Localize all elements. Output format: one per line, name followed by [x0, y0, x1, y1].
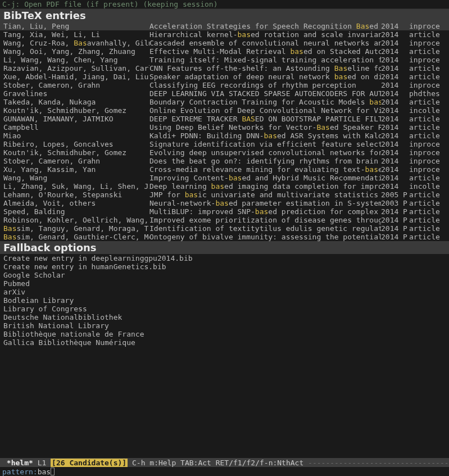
bibtex-entry-row[interactable]: Li, Wang, Wang, Chen, YangTraining itsel…: [0, 56, 449, 64]
authors-cell: Almeida, Voit, others: [3, 199, 149, 207]
flag-cell: [401, 56, 409, 64]
bibtex-entry-row[interactable]: GravelinesDEEP LEARNING VIA STACKED SPAR…: [0, 89, 449, 98]
bibtex-entry-row[interactable]: Li, Zhang, Suk, Wang, Li, Shen, JiDeep l…: [0, 182, 449, 191]
type-cell: article: [409, 115, 446, 123]
bibtex-entry-row[interactable]: Koutn'ik, Schmidhuber, GomezOnline Evolu…: [0, 106, 449, 115]
modeline-spacer: [2, 459, 7, 467]
bibtex-entry-row[interactable]: Wang, WangImproving Content-based and Hy…: [0, 174, 449, 182]
flag-cell: P: [401, 199, 409, 207]
title-cell: Improving Content-based and Hybrid Music…: [149, 174, 381, 182]
year-cell: 2014: [381, 224, 401, 233]
modeline-spacer: [33, 459, 38, 467]
modeline-spacer: [46, 459, 51, 467]
type-cell: article: [409, 132, 446, 140]
help-hint: C-h m:Help TAB:Act RET/f1/f2/f-n:NthAct: [132, 459, 303, 467]
bibtex-entry-row[interactable]: Tang, Xia, Wei, Li, LiHierarchical kerne…: [0, 30, 449, 39]
title-cell: JMP for basic univariate and multivariat…: [149, 191, 381, 199]
bibtex-entry-row[interactable]: Wang, Ooi, Yang, Zhang, ZhuangEffective …: [0, 47, 449, 56]
year-cell: 2014: [381, 157, 401, 165]
bibtex-entry-row[interactable]: Xue, Abdel-Hamid, Jiang, Dai, LiuSpeaker…: [0, 72, 449, 81]
bibtex-entry-row[interactable]: CampbellUsing Deep Belief Networks for V…: [0, 123, 449, 132]
type-cell: inproce: [409, 165, 446, 174]
flag-cell: [401, 81, 409, 89]
authors-cell: Takeda, Kanda, Nukaga: [3, 98, 149, 106]
flag-cell: [401, 165, 409, 174]
flag-cell: [401, 22, 409, 30]
title-cell: Signature identification via efficient f…: [149, 140, 381, 148]
type-cell: article: [409, 216, 446, 224]
line-indicator: L1: [38, 459, 47, 467]
bibtex-entry-row[interactable]: Wang, Cruz-Roa, Basavanhally, GilmorCasc…: [0, 39, 449, 47]
type-cell: article: [409, 199, 446, 207]
bibtex-entry-row[interactable]: GUNAWAN, IMANANY, JATMIKODEEP EXTREME TR…: [0, 115, 449, 123]
title-cell: MultiBLUP: improved SNP-based prediction…: [149, 207, 381, 216]
bibtex-entry-row[interactable]: Bassim, Tanguy, Genard, Moraga, TremIden…: [0, 224, 449, 233]
year-cell: 2014: [381, 64, 401, 72]
bibtex-entry-row[interactable]: Almeida, Voit, othersNeural-network-base…: [0, 199, 449, 207]
fallback-item[interactable]: Pubmed: [3, 279, 446, 288]
title-cell: Identification of textitytilus edulis ge…: [149, 224, 381, 233]
year-cell: 2014: [381, 47, 401, 56]
empty-area: [0, 347, 449, 458]
authors-cell: Koutn'ik, Schmidhuber, Gomez: [3, 148, 149, 157]
fallback-item[interactable]: Create new entry in deeplearninggpu2014.…: [3, 254, 446, 262]
title-cell: Acceleration Strategies for Speech Recog…: [149, 22, 381, 30]
year-cell: 2014: [381, 56, 401, 64]
bibtex-entry-row[interactable]: MiaoKaldi+ PDNN: Building DNN-based ASR …: [0, 132, 449, 140]
authors-cell: Campbell: [3, 123, 149, 132]
bibtex-entry-row[interactable]: Bassim, Genard, Gauthier-Clerc, MoraOnto…: [0, 233, 449, 241]
type-cell: inproce: [409, 56, 446, 64]
minibuffer-prompt: pattern:: [2, 468, 38, 476]
year-cell: 2003: [381, 199, 401, 207]
modeline-fill: ----------------------------------------…: [308, 459, 449, 467]
fallback-item[interactable]: Google Scholar: [3, 271, 446, 279]
bibtex-entry-row[interactable]: Razavian, Azizpour, Sullivan, CarlssCNN …: [0, 64, 449, 72]
year-cell: 2014: [381, 89, 401, 98]
year-cell: 2014: [381, 140, 401, 148]
authors-cell: Ribeiro, Lopes, Goncalves: [3, 140, 149, 148]
title-cell: DEEP EXTREME TRACKER BASED ON BOOTSTRAP …: [149, 115, 381, 123]
bibtex-entry-row[interactable]: Takeda, Kanda, NukagaBoundary Contractio…: [0, 98, 449, 106]
mode-line: *helm* L1 [26 Candidate(s)] C-h m:Help T…: [0, 458, 449, 467]
flag-cell: [401, 106, 409, 115]
bibtex-entry-row[interactable]: Robinson, Kohler, Oellrich, Wang, MuImpr…: [0, 216, 449, 224]
fallback-item[interactable]: British National Library: [3, 321, 446, 330]
fallback-item[interactable]: Library of Congress: [3, 305, 446, 313]
type-cell: incolle: [409, 106, 446, 115]
authors-cell: Li, Zhang, Suk, Wang, Li, Shen, Ji: [3, 182, 149, 191]
type-cell: article: [409, 30, 446, 39]
flag-cell: P: [401, 216, 409, 224]
type-cell: inproce: [409, 39, 446, 47]
type-cell: article: [409, 207, 446, 216]
bibtex-entry-row[interactable]: Stober, Cameron, GrahnDoes the beat go o…: [0, 157, 449, 165]
bibtex-entry-row[interactable]: Koutn'ik, Schmidhuber, GomezEvolving dee…: [0, 148, 449, 157]
authors-cell: Bassim, Tanguy, Genard, Moraga, Trem: [3, 224, 149, 233]
fallback-item[interactable]: arXiv: [3, 288, 446, 296]
fallback-item[interactable]: Deutsche Nationalbibliothek: [3, 313, 446, 321]
fallback-item[interactable]: Create new entry in humanGenetics.bib: [3, 262, 446, 271]
bibtex-entry-row[interactable]: Xu, Yang, Kassim, YanCross-media relevan…: [0, 165, 449, 174]
fallback-item[interactable]: Gallica Bibliothèque Numérique: [3, 338, 446, 347]
authors-cell: Robinson, Kohler, Oellrich, Wang, Mu: [3, 216, 149, 224]
authors-cell: Bassim, Genard, Gauthier-Clerc, Mora: [3, 233, 149, 241]
authors-cell: Wang, Wang: [3, 174, 149, 182]
bibtex-entry-row[interactable]: Lehamn, O'Rourke, StepanskiJMP for basic…: [0, 191, 449, 199]
year-cell: 2014: [381, 106, 401, 115]
minibuffer[interactable]: pattern: bas: [0, 467, 449, 476]
year-cell: 2014: [381, 81, 401, 89]
type-cell: article: [409, 64, 446, 72]
bibtex-entry-row[interactable]: Speed, BaldingMultiBLUP: improved SNP-ba…: [0, 207, 449, 216]
flag-cell: [401, 47, 409, 56]
minibuffer-input[interactable]: bas: [38, 468, 51, 476]
type-cell: inproce: [409, 140, 446, 148]
bibtex-entry-row[interactable]: Tian, Liu, PengAcceleration Strategies f…: [0, 22, 449, 30]
modeline-spacer: [303, 459, 308, 467]
year-cell: 2014: [381, 216, 401, 224]
flag-cell: [401, 123, 409, 132]
bibtex-entry-row[interactable]: Ribeiro, Lopes, GoncalvesSignature ident…: [0, 140, 449, 148]
bibtex-entry-row[interactable]: Stober, Cameron, GrahnClassifying EEG re…: [0, 81, 449, 89]
fallback-item[interactable]: Bodleian Library: [3, 296, 446, 305]
title-cell: Evolving deep unsupervised convolutional…: [149, 148, 381, 157]
fallback-item[interactable]: Bibliothèque nationale de France: [3, 330, 446, 338]
authors-cell: Li, Wang, Wang, Chen, Yang: [3, 56, 149, 64]
